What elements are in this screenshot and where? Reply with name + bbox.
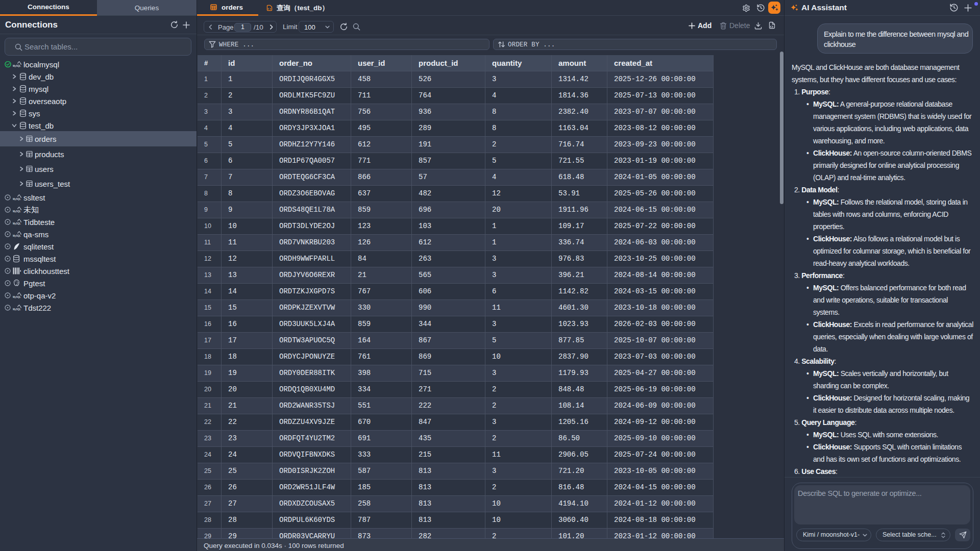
svg-text:MySQL: MySQL [13,308,21,311]
svg-text:MySQL: MySQL [13,235,21,237]
svg-text:MySQL: MySQL [13,296,21,298]
svg-text:MySQL: MySQL [13,210,21,213]
svg-text:MySQL: MySQL [13,222,21,225]
svg-text:MySQL: MySQL [13,198,21,201]
svg-text:MySQL: MySQL [13,65,21,67]
